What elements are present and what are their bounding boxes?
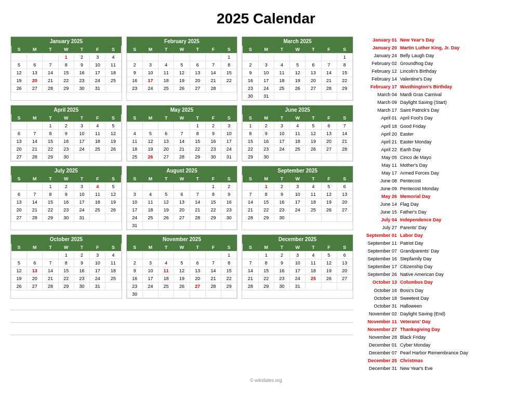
- holiday-date: May 17: [360, 170, 397, 177]
- cal-day: 19: [174, 275, 190, 283]
- cal-day: 27: [27, 283, 43, 290]
- holiday-row: October 16Boss's Day: [358, 287, 522, 295]
- cal-day: 8: [221, 259, 237, 267]
- month-calendar-7: July 2025SMTWTFS 12345678910111213141516…: [10, 166, 122, 230]
- cal-day: 12: [305, 130, 321, 138]
- holiday-row: June 14Flag Day: [358, 201, 522, 208]
- cal-day: 1: [43, 183, 58, 191]
- cal-day: 11: [105, 259, 121, 267]
- holiday-row: May 26Memorial Day: [358, 193, 522, 201]
- month-calendar-8: August 2025SMTWTFS 123456789101112131415…: [126, 166, 238, 230]
- cal-day: 5: [158, 191, 174, 198]
- holiday-name: Columbus Day: [400, 279, 433, 286]
- cal-day: 24: [90, 77, 105, 85]
- cal-day: 23: [274, 206, 289, 214]
- cal-day: 28: [243, 283, 258, 290]
- cal-day: 15: [258, 198, 274, 206]
- cal-day: 1: [205, 183, 221, 191]
- holiday-date: April 01: [360, 115, 397, 122]
- holiday-row: January 20Martin Luther King, Jr. Day: [358, 44, 522, 52]
- cal-day: 15: [58, 267, 74, 275]
- cal-day: 30: [205, 153, 221, 161]
- cal-day: 5: [305, 122, 321, 130]
- cal-day: 22: [43, 206, 58, 214]
- month-calendar-4: April 2025SMTWTFS 1234567891011121314151…: [10, 105, 122, 162]
- holiday-row: September 01Labor Day: [358, 232, 522, 240]
- cal-day: 9: [243, 69, 258, 77]
- holiday-name: Pentecost Monday: [400, 185, 439, 192]
- cal-day: 3: [290, 251, 305, 259]
- cal-day: 22: [58, 275, 74, 283]
- cal-day: 8: [337, 61, 352, 69]
- cal-day: 26: [174, 85, 190, 92]
- holiday-date: February 02: [360, 60, 397, 67]
- cal-day: 23: [74, 275, 89, 283]
- cal-day: 15: [337, 69, 352, 77]
- holiday-name: Citizenship Day: [400, 263, 433, 270]
- holiday-row: April 01April Fool's Day: [358, 114, 522, 122]
- cal-day: 30: [243, 92, 258, 100]
- cal-day: 8: [190, 130, 205, 138]
- cal-day: 26: [290, 85, 305, 92]
- cal-day: 3: [258, 61, 274, 69]
- cal-day: 19: [290, 77, 305, 85]
- month-header: October 2025: [11, 235, 122, 244]
- cal-day: 16: [74, 69, 89, 77]
- cal-day: 18: [90, 138, 105, 145]
- cal-day: 26: [105, 145, 121, 153]
- cal-day: 13: [174, 198, 190, 206]
- cal-day: 30: [274, 214, 289, 222]
- cal-day: 11: [142, 198, 158, 206]
- cal-day: 9: [258, 130, 274, 138]
- holiday-date: April 21: [360, 139, 397, 145]
- holiday-name: Mardi Gras Carnival: [400, 91, 442, 98]
- cal-day: 16: [74, 267, 89, 275]
- cal-day: 4: [274, 61, 289, 69]
- month-header: July 2025: [11, 166, 122, 175]
- cal-day: 5: [105, 183, 121, 191]
- holiday-row: July 04Independence Day: [358, 216, 522, 224]
- cal-day: 7: [205, 259, 221, 267]
- cal-day: 26: [305, 145, 321, 153]
- cal-day: 25: [127, 153, 142, 161]
- cal-day: 8: [205, 191, 221, 198]
- cal-day: 1: [337, 54, 352, 61]
- cal-day: 28: [321, 85, 337, 92]
- cal-day: 24: [290, 275, 305, 283]
- cal-day: 28: [190, 214, 205, 222]
- cal-day: 3: [127, 191, 142, 198]
- cal-day: 14: [43, 267, 58, 275]
- cal-day: 3: [74, 183, 89, 191]
- cal-day: 30: [258, 153, 274, 161]
- cal-day: 26: [142, 153, 158, 161]
- cal-day: 26: [321, 206, 337, 214]
- cal-day: 25: [105, 77, 121, 85]
- cal-day: 7: [43, 259, 58, 267]
- cal-day: 11: [90, 130, 105, 138]
- holiday-row: October 13Columbus Day: [358, 279, 522, 286]
- footer: © wikidates.org: [10, 378, 522, 383]
- cal-day: 31: [258, 92, 274, 100]
- cal-day: 11: [158, 267, 174, 275]
- cal-day: 2: [205, 122, 221, 130]
- cal-day: 26: [174, 283, 190, 290]
- cal-day: 31: [74, 214, 89, 222]
- cal-day: 11: [305, 259, 321, 267]
- holiday-date: January 01: [360, 37, 397, 44]
- cal-day: 3: [142, 61, 158, 69]
- cal-day: 16: [274, 198, 289, 206]
- holiday-date: April 18: [360, 123, 397, 130]
- cal-day: 31: [90, 283, 105, 290]
- cal-day: 23: [258, 145, 274, 153]
- cal-day: 5: [11, 259, 27, 267]
- cal-day: 5: [105, 122, 121, 130]
- holiday-name: Veterans' Day: [400, 319, 431, 325]
- cal-day: 29: [258, 214, 274, 222]
- cal-day: 14: [205, 267, 221, 275]
- cal-day: 11: [90, 191, 105, 198]
- cal-day: 9: [74, 61, 89, 69]
- holiday-name: New Year's Eve: [400, 365, 433, 372]
- month-header: December 2025: [242, 235, 353, 244]
- cal-day: 14: [190, 198, 205, 206]
- holiday-date: March 17: [360, 107, 397, 114]
